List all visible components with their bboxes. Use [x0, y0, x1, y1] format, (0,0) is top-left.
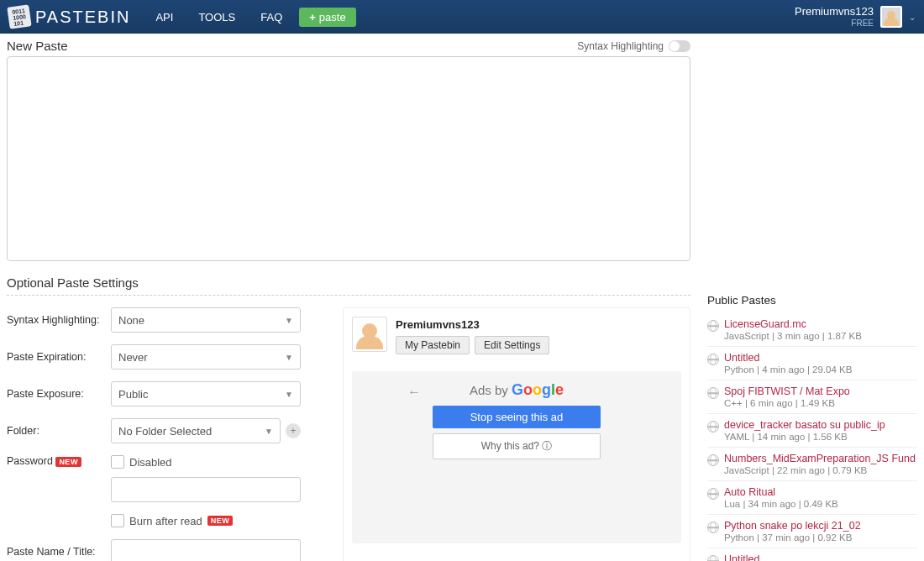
title-label: Paste Name / Title: [7, 546, 111, 558]
expiration-label: Paste Expiration: [7, 351, 111, 363]
folder-value: No Folder Selected [118, 425, 212, 438]
password-disabled-checkbox[interactable]: Disabled [111, 455, 301, 469]
logo-icon: 00111000101 [7, 4, 31, 29]
globe-icon [707, 555, 719, 561]
avatar-icon [352, 317, 387, 352]
paste-meta: YAML | 14 min ago | 1.56 KB [724, 432, 885, 442]
nav-api[interactable]: API [155, 11, 173, 24]
caret-down-icon: ▼ [285, 316, 293, 325]
nav-faq[interactable]: FAQ [260, 11, 282, 24]
burn-label: Burn after read [129, 515, 202, 527]
exposure-label: Paste Exposure: [7, 388, 111, 400]
stop-ad-button[interactable]: Stop seeing this ad [433, 406, 601, 428]
password-label: Password NEW [7, 455, 111, 467]
syntax-toggle-label: Syntax Highlighting [577, 40, 664, 52]
expiration-value: Never [118, 351, 148, 364]
public-paste-item[interactable]: Numbers_MidExamPreparation_JS FundJavaSc… [707, 448, 917, 481]
public-paste-item[interactable]: device_tracker basato su public_ipYAML |… [707, 414, 917, 448]
sidebar-ad-space [707, 42, 917, 294]
paste-title[interactable]: device_tracker basato su public_ip [724, 419, 885, 431]
public-paste-item[interactable]: LicenseGuard.mcJavaScript | 3 min ago | … [707, 313, 917, 347]
settings-heading: Optional Paste Settings [7, 275, 690, 296]
syntax-toggle[interactable] [669, 40, 690, 52]
ad-box: ← Ads by Google Stop seeing this ad Why … [352, 371, 681, 543]
ad-title: Ads by Google [433, 381, 601, 399]
folder-select[interactable]: No Folder Selected ▼ [111, 418, 281, 443]
burn-after-read-checkbox[interactable]: Burn after read NEW [111, 514, 233, 527]
paste-title[interactable]: Spoj FIBTWIST / Mat Expo [724, 385, 850, 397]
caret-down-icon: ▼ [265, 427, 273, 436]
globe-icon [707, 387, 719, 399]
globe-icon [707, 354, 719, 365]
syntax-label: Syntax Highlighting: [7, 314, 111, 326]
disabled-label: Disabled [129, 456, 172, 469]
paste-meta: JavaScript | 3 min ago | 1.87 KB [724, 331, 862, 341]
paste-meta: Python | 37 min ago | 0.92 KB [724, 532, 861, 543]
public-pastes-list: LicenseGuard.mcJavaScript | 3 min ago | … [707, 313, 917, 561]
brand-text: PASTEBIN [35, 8, 130, 27]
new-badge: NEW [207, 516, 234, 526]
globe-icon [707, 454, 719, 466]
public-pastes-heading: Public Pastes [707, 294, 917, 307]
paste-title[interactable]: Untitled [724, 553, 840, 561]
syntax-select[interactable]: None ▼ [111, 307, 301, 333]
paste-meta: Lua | 34 min ago | 0.49 KB [724, 499, 838, 509]
avatar-icon [880, 6, 902, 28]
globe-icon [707, 421, 719, 433]
paste-title[interactable]: Auto Ritual [724, 486, 838, 498]
my-pastebin-button[interactable]: My Pastebin [396, 336, 470, 354]
why-ad-button[interactable]: Why this ad? ⓘ [433, 433, 601, 459]
public-paste-item[interactable]: Spoj FIBTWIST / Mat ExpoC++ | 6 min ago … [707, 380, 917, 414]
paste-meta: C++ | 6 min ago | 1.49 KB [724, 398, 850, 408]
paste-meta: JavaScript | 22 min ago | 0.79 KB [724, 465, 916, 475]
new-paste-button[interactable]: + paste [299, 8, 355, 27]
globe-icon [707, 320, 719, 332]
nav-tools[interactable]: TOOLS [198, 11, 235, 24]
public-paste-item[interactable]: UntitledC++ | 45 min ago | 1.36 KB [707, 548, 917, 561]
public-paste-item[interactable]: Python snake po lekcji 21_02Python | 37 … [707, 515, 917, 548]
caret-down-icon: ▼ [285, 353, 293, 362]
public-paste-item[interactable]: Auto RitualLua | 34 min ago | 0.49 KB [707, 481, 917, 515]
caret-down-icon: ▼ [285, 390, 293, 399]
edit-settings-button[interactable]: Edit Settings [475, 336, 549, 354]
user-card-name: Premiumvns123 [352, 318, 681, 331]
syntax-value: None [118, 314, 144, 327]
password-input[interactable] [111, 477, 301, 502]
google-logo: Google [512, 381, 564, 398]
logo[interactable]: 00111000101 PASTEBIN [8, 6, 130, 28]
exposure-value: Public [118, 388, 148, 401]
nav-links: API TOOLS FAQ [155, 11, 282, 24]
back-arrow-icon[interactable]: ← [407, 385, 421, 400]
paste-title[interactable]: Numbers_MidExamPreparation_JS Fund [724, 453, 916, 464]
expiration-select[interactable]: Never ▼ [111, 344, 301, 370]
paste-meta: Python | 4 min ago | 29.04 KB [724, 364, 852, 375]
globe-icon [707, 522, 719, 533]
globe-icon [707, 488, 719, 500]
paste-title[interactable]: Untitled [724, 352, 852, 364]
user-menu[interactable]: Premiumvns123 FREE ⌄ [795, 6, 916, 28]
new-badge: NEW [55, 457, 81, 467]
exposure-select[interactable]: Public ▼ [111, 381, 301, 406]
title-input[interactable] [111, 539, 301, 561]
main-header: 00111000101 PASTEBIN API TOOLS FAQ + pas… [0, 0, 924, 34]
plus-icon: + [309, 11, 316, 24]
public-paste-item[interactable]: UntitledPython | 4 min ago | 29.04 KB [707, 347, 917, 380]
new-paste-heading: New Paste [7, 39, 68, 53]
chevron-down-icon[interactable]: ⌄ [909, 13, 916, 22]
add-folder-button[interactable]: + [286, 423, 301, 438]
paste-title[interactable]: Python snake po lekcji 21_02 [724, 520, 861, 532]
user-card: Premiumvns123 My Pastebin Edit Settings … [343, 307, 690, 561]
folder-label: Folder: [7, 425, 111, 437]
header-username: Premiumvns123 [795, 6, 874, 18]
paste-title[interactable]: LicenseGuard.mc [724, 318, 862, 330]
header-plan: FREE [795, 18, 874, 28]
paste-content-textarea[interactable] [7, 56, 690, 261]
paste-button-label: paste [319, 11, 346, 24]
